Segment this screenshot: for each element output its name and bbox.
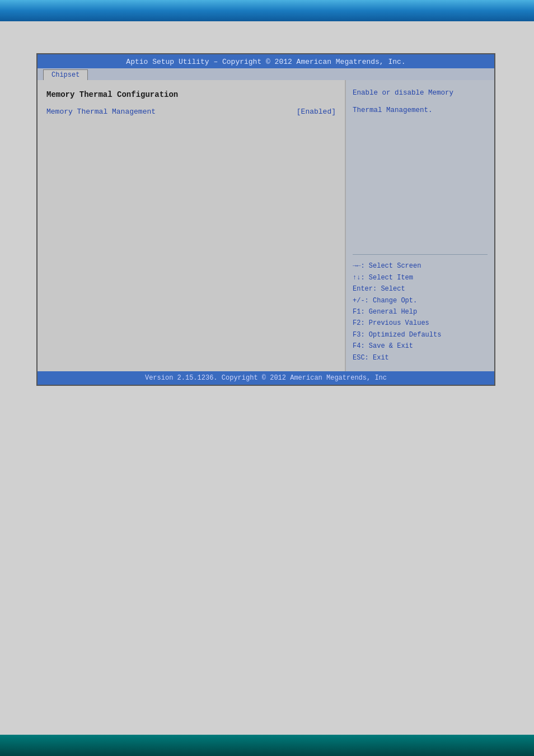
title-text: Aptio Setup Utility – Copyright © 2012 A… [126,58,405,66]
help-text-line1: Enable or disable Memory [353,88,488,99]
content-area: Memory Thermal Configuration Memory Ther… [38,80,494,371]
key-enter: Enter: Select [353,283,488,295]
footer-text: Version 2.15.1236. Copyright © 2012 Amer… [145,374,387,382]
key-select-item: ↑↓: Select Item [353,272,488,283]
key-f4: F4: Save & Exit [353,340,488,352]
key-select-screen: →←: Select Screen [353,260,488,272]
bios-window: Aptio Setup Utility – Copyright © 2012 A… [36,53,495,386]
key-change-opt: +/-: Change Opt. [353,295,488,306]
footer-bar: Version 2.15.1236. Copyright © 2012 Amer… [38,371,494,385]
thermal-setting-row[interactable]: Memory Thermal Management [Enabled] [46,106,336,118]
right-key-help: →←: Select Screen ↑↓: Select Item Enter:… [353,254,488,363]
section-title: Memory Thermal Configuration [46,90,336,99]
help-text-line2: Thermal Management. [353,105,488,116]
key-help-block: →←: Select Screen ↑↓: Select Item Enter:… [353,260,488,363]
thermal-setting-value: [Enabled] [297,108,336,116]
key-f2: F2: Previous Values [353,318,488,329]
key-f1: F1: General Help [353,306,488,318]
key-f3: F3: Optimized Defaults [353,329,488,340]
top-bar [0,0,534,21]
right-panel: Enable or disable Memory Thermal Managem… [346,80,494,371]
right-help-top: Enable or disable Memory Thermal Managem… [353,88,488,254]
left-panel: Memory Thermal Configuration Memory Ther… [38,80,346,371]
tab-row: Chipset [38,68,494,80]
chipset-tab[interactable]: Chipset [43,69,88,80]
bottom-bar [0,735,534,756]
title-bar: Aptio Setup Utility – Copyright © 2012 A… [38,54,494,68]
key-esc: ESC: Exit [353,352,488,363]
thermal-setting-label: Memory Thermal Management [46,108,292,116]
